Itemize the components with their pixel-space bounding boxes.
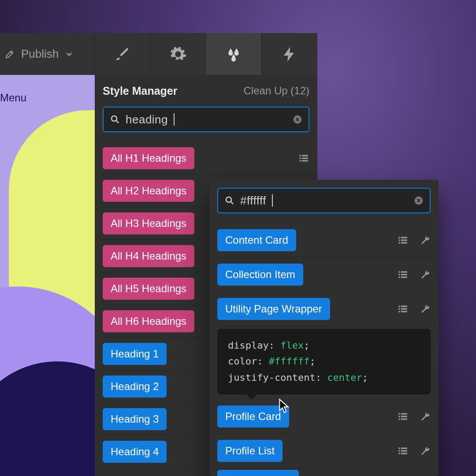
value-result-row[interactable]: Collection List <box>217 469 431 476</box>
style-chip[interactable]: Collection Item <box>217 264 303 286</box>
svg-rect-15 <box>401 242 407 243</box>
svg-rect-2 <box>299 155 301 156</box>
svg-rect-39 <box>401 453 407 454</box>
canvas-area: Menu <box>0 75 95 476</box>
css-preview-tooltip: display: flex;color: #ffffff;justify-con… <box>217 329 431 394</box>
list-icon[interactable] <box>397 411 409 422</box>
style-chip[interactable]: Collection List <box>217 470 299 476</box>
svg-rect-36 <box>398 453 400 454</box>
style-chip[interactable]: All H4 Headings <box>103 245 194 267</box>
svg-rect-6 <box>302 157 308 159</box>
gear-icon <box>169 45 187 63</box>
svg-rect-28 <box>398 413 400 415</box>
list-icon[interactable] <box>397 445 409 457</box>
row-actions <box>397 269 431 280</box>
style-chip[interactable]: Utility Page Wrapper <box>217 298 330 320</box>
value-search-panel: #ffffff Content CardCollection ItemUtili… <box>209 180 439 476</box>
value-result-row[interactable]: Collection Item <box>217 257 431 292</box>
clear-icon[interactable] <box>414 196 424 205</box>
style-search-input[interactable]: heading <box>103 107 309 132</box>
search-value: #ffffff <box>240 194 266 208</box>
style-chip[interactable]: Heading 1 <box>103 343 167 365</box>
brush-icon <box>113 45 131 63</box>
style-chip[interactable]: All H5 Headings <box>103 278 194 300</box>
style-result-row[interactable]: All H1 Headings <box>103 142 309 175</box>
style-chip[interactable]: Content Card <box>217 229 296 251</box>
cleanup-button[interactable]: Clean Up (12) <box>244 85 309 97</box>
svg-rect-23 <box>398 308 400 309</box>
list-icon[interactable] <box>397 234 409 246</box>
text-caret <box>272 194 273 207</box>
list-icon[interactable] <box>397 269 409 280</box>
style-chip[interactable]: Heading 2 <box>103 376 167 398</box>
value-result-row[interactable]: Utility Page Wrapper <box>217 292 431 326</box>
svg-rect-4 <box>299 160 301 161</box>
wrench-icon[interactable] <box>420 304 431 314</box>
svg-rect-19 <box>401 271 407 272</box>
search-icon <box>110 114 120 125</box>
svg-rect-26 <box>401 308 407 309</box>
style-chip[interactable]: All H1 Headings <box>103 147 194 169</box>
svg-rect-16 <box>398 271 400 272</box>
svg-rect-11 <box>398 239 400 241</box>
svg-rect-20 <box>401 274 407 275</box>
row-actions <box>397 234 431 246</box>
wrench-icon[interactable] <box>420 235 431 245</box>
wrench-icon[interactable] <box>420 446 431 456</box>
svg-point-8 <box>226 197 231 202</box>
publish-label: Publish <box>21 47 59 61</box>
search-value: heading <box>126 113 168 126</box>
tab-settings[interactable] <box>150 33 206 75</box>
style-chip[interactable]: Heading 4 <box>103 441 167 463</box>
clear-icon[interactable] <box>293 115 302 124</box>
style-chip[interactable]: Profile List <box>217 440 283 462</box>
svg-rect-29 <box>398 416 400 417</box>
value-results-list: Content CardCollection ItemUtility Page … <box>217 223 431 476</box>
svg-rect-21 <box>401 276 407 278</box>
style-chip[interactable]: Heading 3 <box>103 408 167 430</box>
list-icon[interactable] <box>298 152 309 164</box>
svg-rect-38 <box>401 450 407 452</box>
search-icon <box>224 195 235 206</box>
value-result-row[interactable]: Profile Card <box>217 400 431 434</box>
svg-rect-18 <box>398 276 400 278</box>
svg-rect-32 <box>401 416 407 417</box>
tab-brush[interactable] <box>94 33 150 75</box>
bolt-icon <box>281 45 298 63</box>
row-actions <box>397 445 431 457</box>
rocket-icon <box>4 49 15 60</box>
svg-rect-35 <box>398 450 400 452</box>
svg-rect-24 <box>398 311 400 312</box>
tab-interactions[interactable] <box>261 33 317 75</box>
style-chip[interactable]: All H2 Headings <box>103 180 194 202</box>
svg-rect-7 <box>302 160 308 161</box>
svg-rect-10 <box>398 237 400 238</box>
svg-rect-17 <box>398 274 400 275</box>
publish-button[interactable]: Publish <box>0 33 94 75</box>
style-chip[interactable]: All H6 Headings <box>103 310 194 332</box>
svg-rect-5 <box>302 155 308 156</box>
svg-rect-37 <box>401 448 407 449</box>
panel-title: Style Manager <box>103 85 178 97</box>
list-icon[interactable] <box>397 303 409 315</box>
style-chip[interactable]: Profile Card <box>217 405 289 428</box>
svg-rect-30 <box>398 419 400 420</box>
wrench-icon[interactable] <box>420 269 431 280</box>
svg-rect-13 <box>401 237 407 238</box>
chevron-down-icon <box>65 50 74 59</box>
stage: Menu Publish <box>0 0 476 476</box>
svg-rect-34 <box>398 448 400 449</box>
svg-rect-25 <box>401 305 407 307</box>
wrench-icon[interactable] <box>420 411 431 422</box>
value-search-input[interactable]: #ffffff <box>217 188 431 213</box>
style-chip[interactable]: All H3 Headings <box>103 212 194 234</box>
tab-style-manager[interactable] <box>205 33 261 75</box>
svg-rect-33 <box>401 419 407 420</box>
text-caret <box>174 113 175 126</box>
row-actions <box>397 411 431 422</box>
svg-rect-27 <box>401 311 407 312</box>
top-toolbar: Publish <box>0 33 317 75</box>
svg-point-0 <box>112 116 117 121</box>
value-result-row[interactable]: Profile List <box>217 434 431 469</box>
value-result-row[interactable]: Content Card <box>217 223 431 257</box>
